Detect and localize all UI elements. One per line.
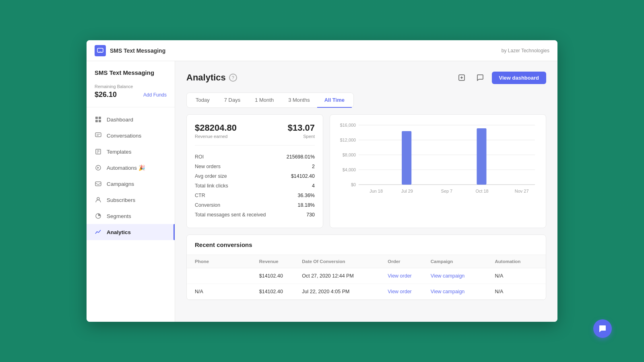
automations-nav-label: Automations 🎉 — [107, 165, 145, 171]
table-col-order: Order — [388, 259, 431, 264]
table-cell-0: N/A — [195, 289, 259, 294]
stats-rows: ROI215698.01%New orders2Avg order size$1… — [195, 152, 315, 220]
sidebar-item-analytics[interactable]: Analytics — [87, 224, 175, 240]
stats-card: $28204.80 Revenue earned $13.07 Spent RO… — [186, 114, 323, 228]
campaigns-nav-icon — [95, 180, 102, 187]
stats-row: Total messages sent & received730 — [195, 210, 315, 220]
table-cell-2: Oct 27, 2020 12:44 PM — [302, 273, 388, 279]
time-tab-1-month[interactable]: 1 Month — [248, 93, 281, 108]
stats-row: Total link clicks4 — [195, 181, 315, 191]
svg-point-14 — [97, 197, 99, 200]
table-cell-3[interactable]: View order — [388, 289, 431, 294]
spent-label: Spent — [288, 134, 315, 139]
header-actions: View dashboard — [455, 71, 546, 84]
table-cell-1: $14102.40 — [259, 289, 302, 294]
stats-row-value: 36.36% — [298, 193, 315, 198]
table-row: $14102.40Oct 27, 2020 12:44 PMView order… — [187, 268, 546, 284]
time-tabs: Today7 Days1 Month3 MonthsAll Time — [186, 93, 354, 108]
dashboard-nav-icon — [95, 116, 102, 123]
table-col-campaign: Campaign — [431, 259, 495, 264]
stats-row-value: 2 — [312, 164, 315, 169]
sidebar-item-segments[interactable]: Segments — [87, 208, 175, 224]
analytics-nav-icon — [95, 228, 102, 236]
view-dashboard-button[interactable]: View dashboard — [492, 72, 546, 84]
balance-label: Remaining Balance — [95, 84, 167, 89]
subscribers-nav-label: Subscribers — [107, 197, 135, 203]
svg-rect-4 — [99, 120, 101, 122]
main-content: Analytics ? View dash — [175, 61, 557, 322]
stats-row-label: New orders — [195, 164, 221, 169]
table-header: PhoneRevenueDate Of ConversionOrderCampa… — [187, 255, 546, 268]
table-cell-4[interactable]: View campaign — [431, 273, 495, 279]
stats-row-label: CTR — [195, 193, 205, 198]
stats-row: CTR36.36% — [195, 191, 315, 200]
table-col-phone: Phone — [195, 259, 259, 264]
table-col-automation: Automation — [495, 259, 538, 264]
help-icon[interactable]: ? — [229, 74, 237, 82]
time-tab-3-months[interactable]: 3 Months — [281, 93, 317, 108]
spent-amount: $13.07 — [288, 123, 315, 133]
svg-text:Jun 18: Jun 18 — [369, 189, 383, 193]
sidebar-item-templates[interactable]: Templates — [87, 144, 175, 160]
table-cell-5: N/A — [495, 273, 538, 279]
conversations-nav-icon — [95, 132, 102, 139]
svg-rect-3 — [95, 120, 98, 122]
table-cell-1: $14102.40 — [259, 273, 302, 279]
dashboard-nav-label: Dashboard — [107, 117, 133, 123]
campaigns-nav-label: Campaigns — [107, 181, 134, 187]
app-logo-icon — [95, 45, 106, 56]
stats-row-value: 4 — [312, 183, 315, 189]
revenue-amount: $28204.80 — [195, 123, 237, 133]
stats-row-label: Avg order size — [195, 173, 227, 179]
stats-row: ROI215698.01% — [195, 152, 315, 162]
svg-text:Nov 27: Nov 27 — [515, 189, 529, 193]
svg-rect-5 — [95, 133, 101, 137]
sidebar-item-automations[interactable]: Automations 🎉 — [87, 160, 175, 176]
top-bar-brand: SMS Text Messaging — [95, 45, 165, 56]
sidebar-item-conversations[interactable]: Conversations — [87, 128, 175, 144]
top-bar: SMS Text Messaging by Lazer Technologies — [87, 40, 557, 61]
sidebar-item-campaigns[interactable]: Campaigns — [87, 176, 175, 192]
stats-row: Avg order size$14102.40 — [195, 171, 315, 181]
stats-row-value: $14102.40 — [291, 173, 315, 179]
stats-row: New orders2 — [195, 162, 315, 171]
balance-amount: $26.10 — [95, 90, 117, 99]
edit-icon[interactable] — [455, 71, 469, 84]
sidebar: SMS Text Messaging Remaining Balance $26… — [87, 61, 175, 322]
table-cell-2: Jul 22, 2020 4:05 PM — [302, 289, 388, 294]
chat-icon[interactable] — [473, 71, 487, 84]
svg-rect-2 — [99, 117, 101, 119]
sidebar-app-title: SMS Text Messaging — [87, 69, 175, 84]
segments-nav-label: Segments — [107, 213, 131, 219]
sidebar-item-subscribers[interactable]: Subscribers — [87, 192, 175, 208]
automations-nav-icon — [95, 164, 102, 171]
conversions-title: Recent conversions — [187, 235, 546, 255]
top-bar-attribution: by Lazer Technologies — [502, 48, 549, 53]
table-row: N/A$14102.40Jul 22, 2020 4:05 PMView ord… — [187, 284, 546, 300]
nav-items: DashboardConversationsTemplatesAutomatio… — [87, 111, 175, 240]
page-title: Analytics — [186, 72, 226, 83]
svg-text:Jul 29: Jul 29 — [401, 189, 413, 193]
time-tab-7-days[interactable]: 7 Days — [217, 93, 248, 108]
stats-row: Conversion18.18% — [195, 200, 315, 210]
svg-text:$16,000: $16,000 — [340, 123, 356, 127]
chart-svg: $16,000 $12,000 $8,000 $4,000 $0 Jun 18 … — [336, 121, 539, 202]
svg-rect-33 — [402, 131, 411, 185]
top-bar-title: SMS Text Messaging — [110, 47, 165, 54]
time-tab-all-time[interactable]: All Time — [317, 93, 352, 108]
stats-row-value: 730 — [306, 212, 315, 218]
chat-support-button[interactable] — [593, 319, 612, 338]
svg-text:$12,000: $12,000 — [340, 138, 356, 142]
table-cell-3[interactable]: View order — [388, 273, 431, 279]
sidebar-item-dashboard[interactable]: Dashboard — [87, 111, 175, 128]
segments-nav-icon — [95, 212, 102, 220]
balance-section: Remaining Balance $26.10 Add Funds — [87, 84, 175, 107]
stats-row-value: 18.18% — [298, 202, 315, 208]
time-tab-today[interactable]: Today — [188, 93, 217, 108]
table-cell-4[interactable]: View campaign — [431, 289, 495, 294]
stats-row-label: ROI — [195, 154, 204, 160]
table-col-date-of-conversion: Date Of Conversion — [302, 259, 388, 264]
table-body: $14102.40Oct 27, 2020 12:44 PMView order… — [187, 268, 546, 300]
revenue-label: Revenue earned — [195, 134, 237, 139]
add-funds-link[interactable]: Add Funds — [143, 92, 167, 98]
